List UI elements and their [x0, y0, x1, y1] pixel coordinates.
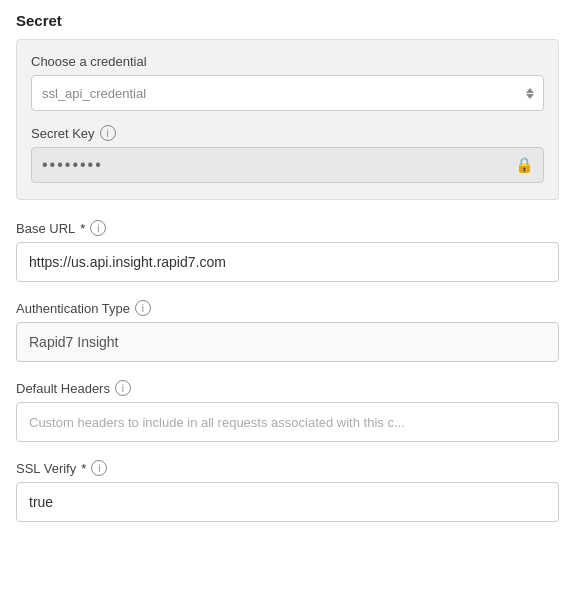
authentication-type-label: Authentication Type i	[16, 300, 559, 316]
base-url-input[interactable]	[16, 242, 559, 282]
base-url-label: Base URL * i	[16, 220, 559, 236]
credential-select[interactable]: ssl_api_credential	[31, 75, 544, 111]
ssl-verify-info-icon[interactable]: i	[91, 460, 107, 476]
secret-key-wrapper: 🔒	[31, 147, 544, 183]
default-headers-input[interactable]	[16, 402, 559, 442]
secret-key-input[interactable]	[31, 147, 544, 183]
authentication-type-info-icon[interactable]: i	[135, 300, 151, 316]
secret-section: Secret Choose a credential ssl_api_crede…	[16, 12, 559, 200]
ssl-verify-section: SSL Verify * i	[16, 460, 559, 522]
authentication-type-input[interactable]	[16, 322, 559, 362]
default-headers-info-icon[interactable]: i	[115, 380, 131, 396]
ssl-verify-label: SSL Verify * i	[16, 460, 559, 476]
secret-key-info-icon[interactable]: i	[100, 125, 116, 141]
base-url-info-icon[interactable]: i	[90, 220, 106, 236]
credential-select-wrapper: ssl_api_credential	[31, 75, 544, 111]
credential-label: Choose a credential	[31, 54, 544, 69]
default-headers-section: Default Headers i	[16, 380, 559, 442]
default-headers-label: Default Headers i	[16, 380, 559, 396]
secret-key-label: Secret Key i	[31, 125, 544, 141]
base-url-section: Base URL * i	[16, 220, 559, 282]
authentication-type-section: Authentication Type i	[16, 300, 559, 362]
ssl-verify-input[interactable]	[16, 482, 559, 522]
secret-section-title: Secret	[16, 12, 559, 29]
secret-box: Choose a credential ssl_api_credential S…	[16, 39, 559, 200]
